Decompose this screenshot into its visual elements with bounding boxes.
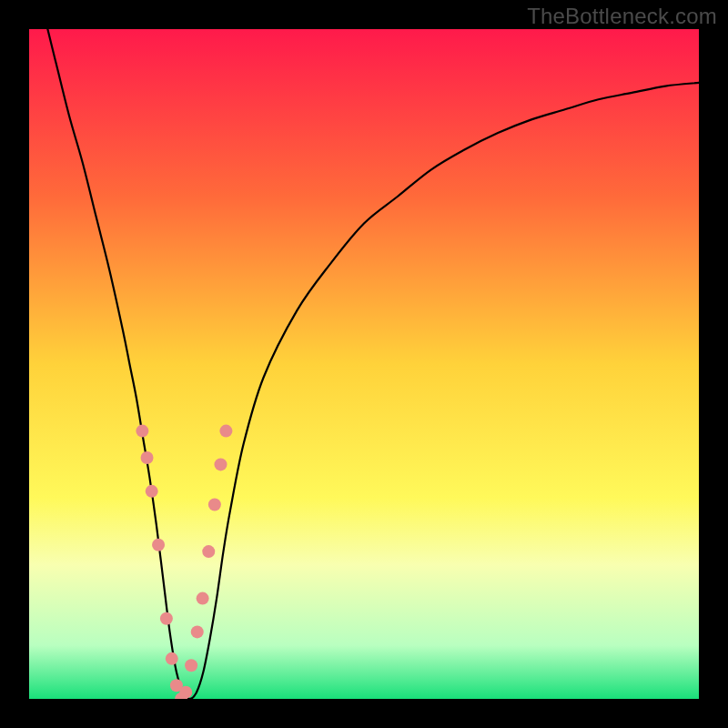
data-marker (202, 545, 215, 558)
data-marker (141, 451, 154, 464)
plot-area (29, 29, 699, 699)
data-marker (166, 652, 178, 665)
watermark-text: TheBottleneck.com (527, 5, 717, 27)
data-marker (208, 499, 221, 511)
data-marker (136, 425, 148, 438)
data-marker (185, 659, 197, 672)
data-marker (197, 592, 209, 605)
chart-frame: TheBottleneck.com (0, 0, 728, 728)
data-marker (152, 539, 165, 551)
data-marker (179, 686, 192, 699)
chart-svg (29, 29, 699, 699)
data-marker (191, 625, 204, 638)
data-marker (219, 425, 232, 438)
data-marker (214, 458, 227, 470)
data-marker (146, 485, 158, 498)
data-marker (160, 612, 173, 625)
